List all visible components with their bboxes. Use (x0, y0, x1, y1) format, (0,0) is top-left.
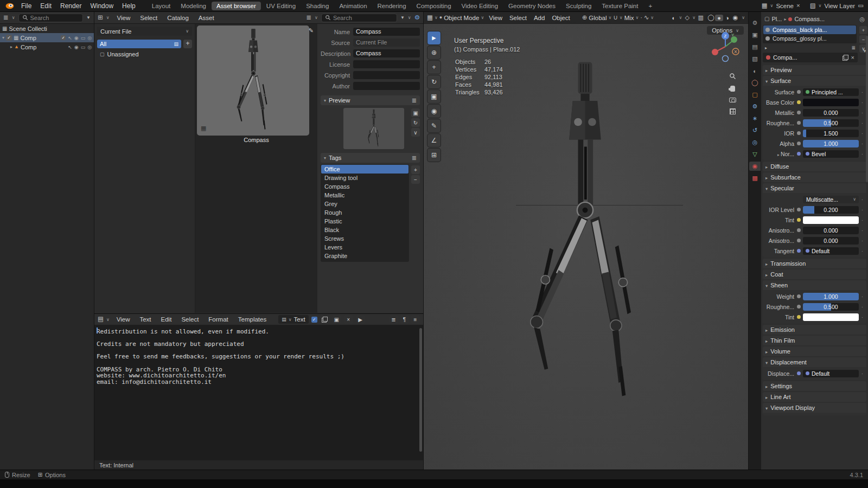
tab-object[interactable]: ▢ (749, 90, 761, 99)
shading-solid-icon[interactable]: ● (715, 15, 723, 21)
menu-item[interactable]: Edit (157, 316, 176, 323)
property-field[interactable]: Multiscatte... ∨ (803, 196, 859, 203)
panel-header[interactable]: Thin Film (763, 336, 866, 345)
menu-item[interactable]: Templates (234, 316, 271, 323)
add-tag-button[interactable]: + (411, 165, 420, 174)
selectable-icon[interactable]: ↖ (68, 44, 72, 50)
keyframe-dot-icon[interactable]: ∙ (859, 89, 866, 95)
menu-item[interactable]: View (486, 14, 506, 22)
workspace-tab[interactable]: Layout (147, 2, 176, 10)
editor-type-icon[interactable]: ▤ (98, 316, 104, 323)
workspace-tab[interactable]: Compositing (412, 2, 456, 10)
scrollbar[interactable] (866, 36, 868, 182)
chevron-down-icon[interactable]: ∨ (679, 15, 682, 20)
menu-item[interactable]: View (113, 14, 135, 22)
keyframe-dot-icon[interactable]: ∙ (859, 248, 866, 254)
tab-texture[interactable]: ▩ (749, 174, 761, 183)
outliner-root[interactable]: ▦ Scene Collecti (0, 24, 94, 33)
menu-item[interactable]: Catalog (163, 14, 193, 22)
panel-header[interactable]: Volume (763, 346, 866, 356)
menu-item[interactable]: View (112, 316, 135, 323)
property-field[interactable]: 0.000 ∨ (803, 227, 859, 234)
field-input[interactable]: Compass (353, 28, 420, 36)
viewport-visibility-icon[interactable]: ▭ (81, 44, 86, 50)
keyframe-dot-icon[interactable]: ∙ (859, 130, 866, 136)
pan-hand-icon[interactable] (730, 86, 735, 92)
menu-item[interactable]: File (17, 2, 36, 10)
add-catalog-button[interactable]: + (183, 40, 192, 48)
asset-tile[interactable]: ▦ Compass (197, 25, 316, 145)
keyframe-dot-icon[interactable]: ∙ (859, 237, 866, 243)
syntax-highlight-toggle[interactable]: ≡ (411, 315, 420, 324)
chevron-down-icon[interactable]: ∨ (435, 15, 438, 20)
new-text-button[interactable] (320, 315, 329, 324)
render-visibility-icon[interactable]: ◎ (87, 35, 92, 41)
exclude-checkbox[interactable]: ✓ (61, 35, 66, 40)
keyframe-dot-icon[interactable]: ∙ (859, 314, 866, 320)
panel-header[interactable]: Subsurface (763, 172, 866, 182)
chevron-down-icon[interactable]: ∨ (106, 317, 110, 322)
panel-header[interactable]: Emission (763, 325, 866, 335)
tag-item[interactable]: Compass (321, 182, 409, 191)
word-wrap-toggle[interactable]: ¶ (400, 315, 409, 324)
asset-thumbnail[interactable]: ▦ (197, 25, 309, 136)
section-menu-icon[interactable]: ≣ (412, 155, 417, 161)
ortho-grid-icon[interactable] (730, 108, 736, 114)
text-line[interactable]: website: www.dichitoarchitetto.it/en (97, 373, 418, 379)
preview-more-button[interactable]: ∨ (411, 128, 420, 137)
tag-item[interactable]: Screws (321, 234, 409, 243)
breadcrumb-material[interactable]: Compass... (794, 16, 825, 22)
search-input[interactable]: Search (321, 14, 397, 22)
load-preview-button[interactable]: ▣ (411, 108, 420, 117)
keyframe-dot-icon[interactable]: ∙ (859, 217, 866, 223)
text-line[interactable]: Credits are not mandatory but appreciate… (97, 341, 418, 348)
menu-item[interactable]: Select (506, 14, 530, 22)
panel-header[interactable]: Line Art (763, 392, 866, 402)
property-field[interactable]: 1.000 ∨ (803, 293, 859, 300)
keyframe-dot-icon[interactable]: ∙ (859, 110, 866, 115)
run-script-button[interactable]: ▶ (356, 315, 365, 324)
menu-item[interactable]: Text (135, 316, 155, 323)
navigation-gizmo[interactable]: Z X Y (709, 30, 742, 64)
tag-item[interactable]: Office (321, 165, 409, 174)
selectable-icon[interactable]: ↖ (68, 35, 72, 41)
tab-output[interactable]: ▤ (749, 42, 761, 52)
field-input[interactable] (353, 71, 420, 79)
expand-icon[interactable]: ▸ (765, 46, 767, 50)
tag-item[interactable]: Levers (321, 243, 409, 252)
scrollbar[interactable] (419, 328, 422, 452)
keyframe-dot-icon[interactable]: ∙ (859, 304, 866, 310)
tags-section-header[interactable]: ▾ Tags ≣ (321, 153, 420, 163)
falloff-icon[interactable]: ∿ (644, 15, 649, 21)
snap-magnet-icon[interactable]: ∪ (613, 15, 617, 21)
tab-view-layer[interactable]: ▧ (749, 54, 761, 63)
tool-measure[interactable]: ∠ (427, 134, 441, 147)
workspace-tab[interactable]: UV Editing (261, 2, 301, 10)
material-slot[interactable]: Compass_glossy pl... (763, 34, 856, 43)
filter-icon[interactable]: ▼ (86, 16, 91, 20)
chevron-down-icon[interactable]: ∨ (106, 15, 110, 20)
open-text-button[interactable]: ▣ (332, 315, 341, 324)
property-field[interactable]: 0.200 ∨ (803, 206, 859, 214)
tab-tool[interactable]: ⚙ (749, 18, 761, 28)
tab-physics[interactable]: ↺ (749, 126, 761, 135)
chevron-down-icon[interactable]: ∨ (315, 15, 318, 20)
editor-type-icon[interactable]: ▦ (427, 15, 433, 21)
workspace-tab[interactable]: Animation (334, 2, 372, 10)
shading-wireframe-icon[interactable]: ◯ (707, 14, 715, 21)
workspace-tab[interactable]: Asset browser (212, 2, 261, 10)
tag-item[interactable]: Drawing tool (321, 174, 409, 182)
tag-item[interactable]: Black (321, 226, 409, 234)
property-field[interactable]: 0.500 ∨ (803, 119, 859, 127)
chevron-down-icon[interactable]: ∨ (819, 3, 822, 8)
remove-tag-button[interactable]: − (411, 175, 420, 184)
outliner-object-row[interactable]: ▸ ▲ Comp ↖ ◉ ▭ ◎ (0, 42, 94, 52)
compass-3d-model[interactable] (497, 59, 673, 411)
overlays-toggle-icon[interactable]: ◐ (669, 15, 678, 21)
line-numbers-toggle[interactable]: ≣ (389, 315, 398, 324)
expand-icon[interactable]: ▸ (10, 44, 12, 49)
view-layer-name[interactable]: View Layer (824, 3, 855, 9)
property-field[interactable]: Principled ... ∨ (803, 88, 859, 96)
tab-scene[interactable]: ◐ (749, 66, 761, 75)
chevron-down-icon[interactable]: ∨ (770, 3, 774, 8)
